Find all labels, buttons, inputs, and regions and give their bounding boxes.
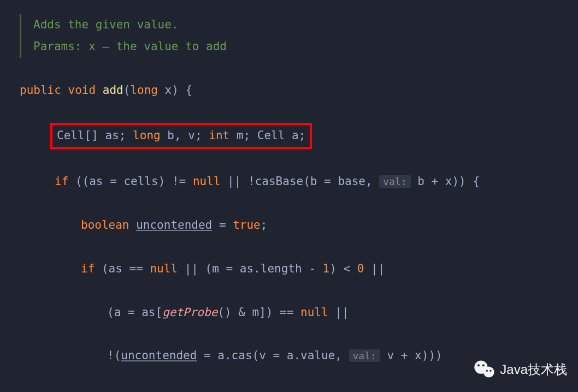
method-signature-add: public void add(long x) { [0, 80, 578, 102]
long-accumulate-call: longAccumulate(x, fn: null, uncontended)… [0, 389, 578, 392]
if-casbase: if ((as = cells) != null || !casBase(b =… [0, 171, 578, 193]
watermark-text: Java技术栈 [500, 357, 567, 382]
svg-point-2 [477, 365, 480, 367]
wechat-icon [473, 358, 497, 382]
uncontended-decl: boolean uncontended = true; [0, 215, 578, 236]
watermark: Java技术栈 [473, 357, 567, 382]
svg-point-5 [490, 370, 492, 372]
param-hint-val: val: [379, 175, 410, 188]
local-declarations: Cell[] as; long b, v; int m; Cell a; [0, 123, 578, 149]
svg-point-4 [486, 370, 488, 372]
if-inner-2: (a = as[getProbe() & m]) == null || [0, 302, 578, 324]
svg-point-1 [483, 367, 494, 378]
if-inner: if (as == null || (m = as.length - 1) < … [0, 258, 578, 280]
javadoc-line2: Params: x – the value to add [33, 40, 227, 53]
param-hint-val2: val: [349, 349, 380, 362]
svg-point-3 [482, 365, 485, 367]
javadoc-line1: Adds the given value. [33, 18, 179, 31]
